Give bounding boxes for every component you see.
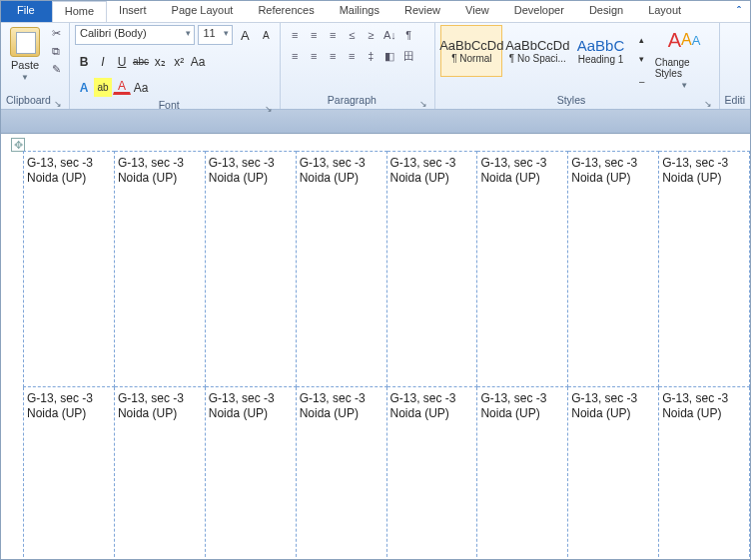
paste-button[interactable]: Paste ▼ bbox=[6, 25, 44, 92]
tab-references[interactable]: References bbox=[246, 1, 327, 22]
group-label-clipboard: Clipboard bbox=[6, 92, 51, 109]
label-cell[interactable]: G-13, sec -3Noida (UP) bbox=[205, 152, 296, 387]
text-effects-button[interactable]: A bbox=[75, 78, 93, 97]
table-row: G-13, sec -3Noida (UP)G-13, sec -3Noida … bbox=[24, 152, 750, 387]
numbering-button[interactable]: ≡ bbox=[305, 28, 323, 42]
line-spacing-button[interactable]: ‡ bbox=[362, 49, 379, 63]
shrink-font-icon[interactable]: A bbox=[257, 26, 275, 45]
label-cell[interactable]: G-13, sec -3Noida (UP) bbox=[568, 152, 659, 387]
label-cell[interactable]: G-13, sec -3Noida (UP) bbox=[568, 387, 659, 561]
chevron-down-icon: ▼ bbox=[21, 73, 29, 82]
group-label-font: Font bbox=[75, 97, 263, 114]
label-cell[interactable]: G-13, sec -3Noida (UP) bbox=[296, 152, 386, 387]
change-styles-label: Change Styles bbox=[655, 57, 714, 79]
tab-layout[interactable]: Layout bbox=[636, 1, 694, 22]
tab-view[interactable]: View bbox=[453, 1, 502, 22]
style-heading1[interactable]: AaBbC Heading 1 bbox=[572, 25, 628, 77]
style-name: ¶ No Spaci... bbox=[509, 53, 566, 64]
clear-formatting-button[interactable]: Aa bbox=[132, 78, 150, 97]
label-cell[interactable]: G-13, sec -3Noida (UP) bbox=[386, 387, 477, 561]
style-normal[interactable]: AaBbCcDd ¶ Normal bbox=[440, 25, 502, 77]
tab-mailings[interactable]: Mailings bbox=[328, 1, 392, 22]
justify-button[interactable]: ≡ bbox=[343, 49, 361, 63]
label-cell[interactable]: G-13, sec -3Noida (UP) bbox=[114, 387, 205, 561]
paragraph-launcher-icon[interactable]: ↘ bbox=[417, 99, 429, 109]
group-label-editing: Editi bbox=[725, 92, 745, 109]
subscript-button[interactable]: x₂ bbox=[151, 52, 169, 71]
font-launcher-icon[interactable]: ↘ bbox=[263, 104, 275, 114]
label-cell[interactable]: G-13, sec -3Noida (UP) bbox=[477, 387, 568, 561]
font-name-select[interactable]: Calibri (Body) bbox=[75, 25, 195, 45]
underline-button[interactable]: U bbox=[113, 52, 131, 71]
document-area[interactable]: ✥ G-13, sec -3Noida (UP)G-13, sec -3Noid… bbox=[1, 134, 750, 560]
strikethrough-button[interactable]: abc bbox=[132, 52, 150, 71]
highlight-button[interactable]: ab bbox=[94, 78, 112, 97]
group-styles: AaBbCcDd ¶ Normal AaBbCcDd ¶ No Spaci...… bbox=[435, 23, 719, 109]
cut-icon[interactable]: ✂ bbox=[48, 25, 64, 41]
labels-table[interactable]: G-13, sec -3Noida (UP)G-13, sec -3Noida … bbox=[23, 151, 750, 560]
label-cell[interactable]: G-13, sec -3Noida (UP) bbox=[659, 387, 750, 561]
grow-font-icon[interactable]: A bbox=[236, 26, 254, 45]
change-styles-button[interactable]: AAA Change Styles ▼ bbox=[655, 25, 714, 92]
styles-scroll-down-icon[interactable]: ▾ bbox=[633, 49, 651, 68]
ribbon-tabs: File Home Insert Page Layout References … bbox=[1, 1, 750, 23]
styles-scroll-up-icon[interactable]: ▴ bbox=[633, 30, 651, 49]
sort-button[interactable]: A↓ bbox=[380, 28, 398, 42]
label-cell[interactable]: G-13, sec -3Noida (UP) bbox=[205, 387, 296, 561]
ribbon: Paste ▼ ✂ ⧉ ✎ Clipboard↘ Calibri (Body) … bbox=[1, 23, 750, 110]
italic-button[interactable]: I bbox=[94, 52, 112, 71]
group-clipboard: Paste ▼ ✂ ⧉ ✎ Clipboard↘ bbox=[1, 23, 70, 109]
show-marks-button[interactable]: ¶ bbox=[399, 28, 417, 42]
group-paragraph: ≡ ≡ ≡ ≤ ≥ A↓ ¶ ≡ ≡ ≡ ≡ ‡ ◧ 田 Paragraph↘ bbox=[281, 23, 435, 109]
table-row: G-13, sec -3Noida (UP)G-13, sec -3Noida … bbox=[24, 387, 750, 561]
table-move-handle-icon[interactable]: ✥ bbox=[11, 138, 25, 152]
style-name: ¶ Normal bbox=[451, 53, 491, 64]
tab-home[interactable]: Home bbox=[52, 1, 107, 22]
clipboard-launcher-icon[interactable]: ↘ bbox=[52, 99, 64, 109]
superscript-button[interactable]: x² bbox=[170, 52, 188, 71]
format-painter-icon[interactable]: ✎ bbox=[48, 61, 64, 77]
tab-file[interactable]: File bbox=[1, 1, 52, 22]
align-center-button[interactable]: ≡ bbox=[305, 49, 323, 63]
style-name: Heading 1 bbox=[578, 54, 624, 65]
bold-button[interactable]: B bbox=[75, 52, 93, 71]
tab-insert[interactable]: Insert bbox=[107, 1, 160, 22]
chevron-down-icon: ▼ bbox=[680, 81, 688, 90]
decrease-indent-button[interactable]: ≤ bbox=[343, 28, 361, 42]
borders-button[interactable]: 田 bbox=[399, 49, 417, 63]
change-case-button[interactable]: Aa bbox=[189, 52, 207, 71]
label-cell[interactable]: G-13, sec -3Noida (UP) bbox=[114, 152, 205, 387]
style-no-spacing[interactable]: AaBbCcDd ¶ No Spaci... bbox=[506, 25, 568, 77]
style-preview: AaBbCcDd bbox=[505, 38, 569, 53]
group-editing: Editi bbox=[720, 23, 750, 109]
label-cell[interactable]: G-13, sec -3Noida (UP) bbox=[477, 152, 568, 387]
shading-button[interactable]: ◧ bbox=[380, 49, 398, 63]
label-cell[interactable]: G-13, sec -3Noida (UP) bbox=[659, 152, 750, 387]
copy-icon[interactable]: ⧉ bbox=[48, 43, 64, 59]
paste-label: Paste bbox=[11, 59, 39, 71]
tab-review[interactable]: Review bbox=[392, 1, 453, 22]
tab-page-layout[interactable]: Page Layout bbox=[160, 1, 247, 22]
group-label-styles: Styles bbox=[440, 92, 701, 109]
style-preview: AaBbC bbox=[577, 37, 625, 54]
label-cell[interactable]: G-13, sec -3Noida (UP) bbox=[24, 387, 115, 561]
align-left-button[interactable]: ≡ bbox=[286, 49, 304, 63]
align-right-button[interactable]: ≡ bbox=[324, 49, 342, 63]
tab-developer[interactable]: Developer bbox=[502, 1, 577, 22]
style-preview: AaBbCcDd bbox=[439, 38, 503, 53]
group-label-paragraph: Paragraph bbox=[286, 92, 417, 109]
styles-expand-icon[interactable]: ⎯ bbox=[633, 68, 651, 87]
increase-indent-button[interactable]: ≥ bbox=[362, 28, 379, 42]
multilevel-button[interactable]: ≡ bbox=[324, 28, 342, 42]
font-size-select[interactable]: 11 bbox=[198, 25, 233, 45]
label-cell[interactable]: G-13, sec -3Noida (UP) bbox=[386, 152, 477, 387]
label-cell[interactable]: G-13, sec -3Noida (UP) bbox=[296, 387, 386, 561]
minimize-ribbon-icon[interactable]: ˆ bbox=[725, 1, 750, 22]
group-font: Calibri (Body) 11 A A B I U abc x₂ x² Aa… bbox=[70, 23, 281, 109]
styles-launcher-icon[interactable]: ↘ bbox=[702, 99, 714, 109]
font-color-button[interactable]: A bbox=[113, 78, 131, 95]
label-cell[interactable]: G-13, sec -3Noida (UP) bbox=[24, 152, 115, 387]
change-styles-icon: AAA bbox=[668, 25, 701, 55]
tab-design[interactable]: Design bbox=[577, 1, 636, 22]
bullets-button[interactable]: ≡ bbox=[286, 28, 304, 42]
